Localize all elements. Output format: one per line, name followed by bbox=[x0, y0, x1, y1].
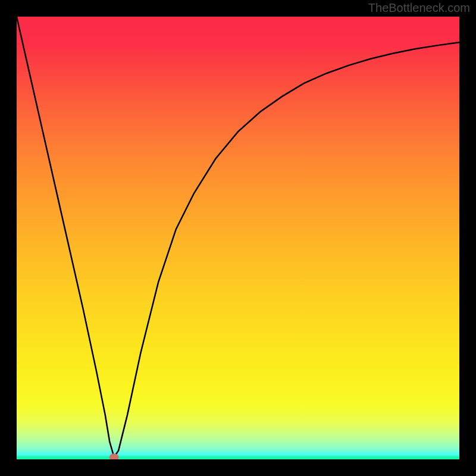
bottleneck-curve bbox=[17, 17, 459, 457]
curve-svg bbox=[17, 17, 459, 459]
minimum-marker bbox=[109, 453, 119, 459]
plot-area bbox=[17, 17, 459, 459]
chart-frame: TheBottleneck.com bbox=[0, 0, 476, 476]
watermark-text: TheBottleneck.com bbox=[368, 1, 470, 15]
